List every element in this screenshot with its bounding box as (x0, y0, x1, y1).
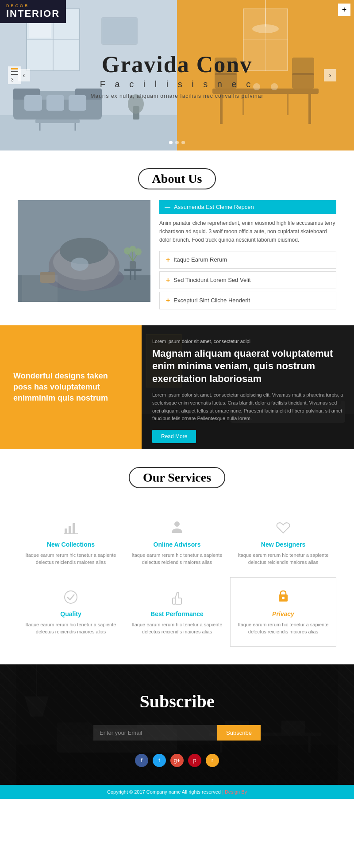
accordion-3[interactable]: Excepturi Sint Cliche Henderit (159, 292, 336, 309)
check-circle-icon (63, 588, 79, 606)
hero-subtitle: F a c i l i s i s n e c (100, 79, 254, 89)
thumbsup-icon (169, 588, 185, 606)
service-quality: Quality Itaque earum rerum hic tenetur a… (18, 577, 124, 647)
service-desc-1: Itaque earum rerum hic tenetur a sapient… (131, 552, 223, 566)
service-desc-2: Itaque earum rerum hic tenetur a sapient… (238, 552, 329, 566)
promo-small: Lorem ipsum dolor sit amet, consectetur … (152, 339, 343, 344)
logo-interior: INTERIOR (6, 8, 60, 19)
svg-rect-64 (69, 526, 71, 534)
service-title-5: Privacy (272, 610, 294, 617)
promo-section: Wonderful designs taken poss has volupta… (0, 325, 354, 449)
nav-arrow-right[interactable]: › (324, 69, 336, 81)
heart-svg (275, 520, 291, 536)
thumb-svg (169, 589, 185, 605)
subscribe-button[interactable]: Subscribe (217, 725, 261, 741)
shield-lock-icon (275, 588, 291, 606)
promo-right-content: Lorem ipsum dolor sit amet, consectetur … (152, 339, 343, 443)
service-best-performance: Best Performance Itaque earum rerum hic … (124, 577, 230, 647)
dot-1[interactable] (169, 141, 173, 144)
promo-title: Magnam aliquam quaerat voluptatemut enim… (152, 347, 343, 386)
service-new-collections: New Collections Itaque earum rerum hic t… (18, 508, 124, 577)
hero-title: Gravida Conv (102, 51, 252, 77)
collections-svg (63, 520, 79, 536)
nav-arrow-left[interactable]: ‹ (18, 69, 30, 81)
about-description: Anim pariatur cliche reprehenderit, enim… (159, 219, 336, 245)
about-section: About Us (0, 150, 354, 321)
service-title-2: New Designers (261, 541, 305, 548)
svg-point-54 (135, 248, 142, 255)
dot-3[interactable] (181, 141, 185, 144)
promo-left: Wonderful designs taken poss has volupta… (0, 325, 142, 449)
about-image (18, 200, 150, 302)
advisor-svg (169, 520, 185, 536)
footer-link[interactable]: | Design By (222, 789, 247, 795)
rss-icon[interactable]: r (206, 754, 219, 767)
read-more-button[interactable]: Read More (152, 430, 196, 443)
hero-section: decor INTERIOR + 3 (0, 0, 354, 150)
subscribe-content: Subscribe Subscribe f t g+ p r (18, 691, 336, 767)
services-title: Our Services (129, 467, 225, 488)
services-section: Our Services New Collections Itaque earu… (0, 449, 354, 656)
slide-number: 3 (11, 77, 18, 82)
check-svg (63, 589, 79, 605)
about-content: Assumenda Est Cleme Repcen Anim pariatur… (18, 200, 336, 312)
about-text-panel: Assumenda Est Cleme Repcen Anim pariatur… (159, 200, 336, 312)
service-privacy: Privacy Itaque earum rerum hic tenetur a… (230, 577, 336, 647)
subscribe-form[interactable]: Subscribe (18, 725, 336, 741)
accordion-1[interactable]: Itaque Earum Rerum (159, 251, 336, 269)
plus-button[interactable]: + (338, 4, 350, 16)
subscribe-section: Subscribe Subscribe f t g+ p r (0, 664, 354, 785)
service-new-designers: New Designers Itaque earum rerum hic ten… (230, 508, 336, 577)
svg-point-67 (174, 521, 180, 527)
pinterest-icon[interactable]: p (188, 754, 201, 767)
services-grid: New Collections Itaque earum rerum hic t… (18, 508, 336, 647)
svg-point-68 (65, 591, 77, 603)
service-desc-5: Itaque earum rerum hic tenetur a sapient… (238, 621, 329, 636)
heart-icon (275, 519, 291, 536)
about-title: About Us (138, 168, 216, 189)
svg-rect-48 (130, 261, 136, 269)
footer: Copyright © 2017 Company name All rights… (0, 785, 354, 799)
svg-point-71 (282, 597, 285, 599)
service-desc-3: Itaque earum rerum hic tenetur a sapient… (25, 621, 116, 636)
promo-desc: Lorem ipsum dolor sit amet, consectetur … (152, 391, 343, 422)
dot-2[interactable] (175, 141, 179, 144)
service-title-3: Quality (60, 610, 81, 617)
service-title-1: Online Advisors (154, 541, 201, 548)
svg-rect-56 (22, 275, 58, 302)
about-highlight: Assumenda Est Cleme Repcen (159, 200, 336, 214)
svg-rect-69 (173, 598, 175, 604)
facebook-icon[interactable]: f (135, 754, 148, 767)
email-input[interactable] (93, 725, 217, 741)
logo-decor: decor (6, 4, 60, 8)
service-title-0: New Collections (47, 541, 95, 548)
svg-point-44 (71, 258, 88, 271)
hero-description: Mauris ex nulla, aliquam ornare facilisi… (91, 93, 264, 99)
social-icons: f t g+ p r (18, 754, 336, 767)
twitter-icon[interactable]: t (153, 754, 166, 767)
promo-right: Lorem ipsum dolor sit amet, consectetur … (142, 325, 354, 449)
svg-rect-63 (65, 529, 67, 534)
svg-rect-65 (73, 523, 75, 534)
person-icon (169, 519, 185, 536)
google-plus-icon[interactable]: g+ (170, 754, 184, 767)
service-online-advisors: Online Advisors Itaque earum rerum hic t… (124, 508, 230, 577)
promo-left-text: Wonderful designs taken poss has volupta… (13, 370, 128, 404)
chart-icon (63, 519, 79, 536)
subscribe-title: Subscribe (18, 691, 336, 712)
slide-dots (169, 141, 185, 144)
service-desc-4: Itaque earum rerum hic tenetur a sapient… (131, 621, 223, 636)
accordion-2[interactable]: Sed Tincidunt Lorem Sed Velit (159, 271, 336, 289)
service-desc-0: Itaque earum rerum hic tenetur a sapient… (25, 552, 116, 566)
about-room-svg (18, 200, 150, 302)
service-title-4: Best Performance (150, 610, 204, 617)
shield-svg (275, 589, 291, 605)
logo: decor INTERIOR (0, 0, 66, 23)
copyright-text: Copyright © 2017 Company name All rights… (107, 789, 221, 795)
